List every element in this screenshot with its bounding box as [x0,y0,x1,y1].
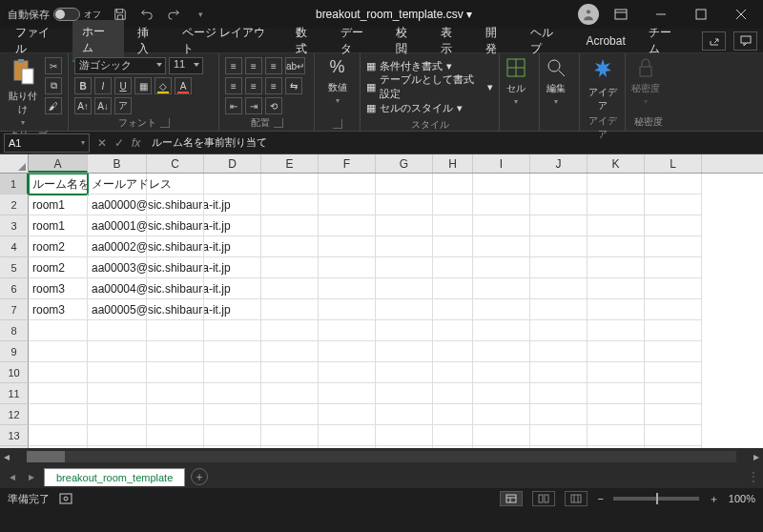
cell-C10[interactable] [147,362,204,383]
sheet-next-icon[interactable]: ▸ [25,470,38,483]
cell-C11[interactable] [147,383,204,404]
split-gripper[interactable]: ⋮ [748,470,757,483]
paste-button[interactable]: 貼り付け ▾ [6,57,39,127]
fx-icon[interactable]: fx [132,136,140,150]
align-top-icon[interactable]: ≡ [225,57,242,74]
macro-record-icon[interactable] [59,493,72,504]
cell-B1[interactable]: メールアドレス [88,174,147,194]
cell-C13[interactable] [147,425,204,446]
cell-J1[interactable] [530,174,588,194]
col-header-F[interactable]: F [319,154,376,173]
cell-A6[interactable]: room3 [29,278,88,299]
number-launcher[interactable] [333,119,342,129]
cell-K3[interactable] [588,215,645,236]
bold-button[interactable]: B [74,77,92,94]
cell-F8[interactable] [319,320,376,341]
cell-I7[interactable] [473,299,530,320]
align-right-icon[interactable]: ≡ [265,77,282,94]
sensitivity-button[interactable]: 秘密度▾ [631,57,660,106]
cell-K5[interactable] [588,257,645,278]
cell-K12[interactable] [588,404,645,425]
cell-L11[interactable] [645,383,702,404]
cell-H4[interactable] [433,236,473,257]
cell-K11[interactable] [588,383,645,404]
cell-L7[interactable] [645,299,702,320]
cells-button[interactable]: セル▾ [505,57,526,106]
scroll-right-icon[interactable]: ▸ [750,450,763,463]
cell-K1[interactable] [588,174,645,194]
cell-G7[interactable] [376,299,433,320]
cell-I2[interactable] [473,194,530,215]
indent-dec-icon[interactable]: ⇤ [225,97,242,114]
number-format-button[interactable]: % 数値 ▾ [328,57,347,105]
cell-G10[interactable] [376,362,433,383]
enter-formula-icon[interactable]: ✓ [114,136,124,150]
cell-E7[interactable] [261,299,319,320]
ribbon-display-icon[interactable] [603,0,639,29]
cell-G3[interactable] [376,215,433,236]
align-launcher[interactable] [274,118,283,128]
cell-L10[interactable] [645,362,702,383]
increase-font-icon[interactable]: A↑ [74,97,92,114]
cell-A12[interactable] [29,404,88,425]
cell-E6[interactable] [261,278,319,299]
cell-B8[interactable] [88,320,147,341]
cell-A4[interactable]: room2 [29,236,88,257]
format-painter-icon[interactable]: 🖌 [45,97,62,114]
cell-B12[interactable] [88,404,147,425]
cell-I8[interactable] [473,320,530,341]
zoom-level[interactable]: 100% [729,493,755,504]
align-left-icon[interactable]: ≡ [225,77,242,94]
cell-J4[interactable] [530,236,588,257]
cell-D7[interactable] [204,299,261,320]
cell-G13[interactable] [376,425,433,446]
align-bot-icon[interactable]: ≡ [265,57,282,74]
share-icon[interactable] [702,31,726,51]
view-pagebreak-icon[interactable] [565,491,588,506]
cell-G9[interactable] [376,341,433,362]
cell-A2[interactable]: room1 [29,194,88,215]
cell-K2[interactable] [588,194,645,215]
cell-H6[interactable] [433,278,473,299]
row-header-13[interactable]: 13 [0,425,29,446]
sheet-tab-active[interactable]: breakout_room_template [44,468,185,486]
cell-C2[interactable] [147,194,204,215]
cell-K4[interactable] [588,236,645,257]
cell-C4[interactable] [147,236,204,257]
cell-C5[interactable] [147,257,204,278]
cell-C6[interactable] [147,278,204,299]
cell-L3[interactable] [645,215,702,236]
cell-L12[interactable] [645,404,702,425]
cell-D11[interactable] [204,383,261,404]
cell-I3[interactable] [473,215,530,236]
cell-E12[interactable] [261,404,319,425]
cell-L9[interactable] [645,341,702,362]
row-header-6[interactable]: 6 [0,278,29,299]
row-header-10[interactable]: 10 [0,362,29,383]
cell-B13[interactable] [88,425,147,446]
add-sheet-button[interactable]: ＋ [191,468,208,485]
scroll-thumb[interactable] [27,451,65,462]
cell-H11[interactable] [433,383,473,404]
close-icon[interactable] [723,0,759,29]
cell-C7[interactable] [147,299,204,320]
cell-D8[interactable] [204,320,261,341]
cell-D3[interactable] [204,215,261,236]
col-header-B[interactable]: B [88,154,147,173]
cell-B10[interactable] [88,362,147,383]
ideas-button[interactable]: アイデア [586,57,619,113]
cell-D5[interactable] [204,257,261,278]
table-format-button[interactable]: ▦テーブルとして書式設定 ▾ [366,78,493,95]
cell-H8[interactable] [433,320,473,341]
row-header-9[interactable]: 9 [0,341,29,362]
cell-H10[interactable] [433,362,473,383]
row-header-1[interactable]: 1 [0,174,29,194]
cell-F3[interactable] [319,215,376,236]
cell-E11[interactable] [261,383,319,404]
sheet-prev-icon[interactable]: ◂ [6,470,19,483]
orientation-icon[interactable]: ⟲ [265,97,282,114]
cell-F11[interactable] [319,383,376,404]
cell-F2[interactable] [319,194,376,215]
cell-L5[interactable] [645,257,702,278]
cell-G2[interactable] [376,194,433,215]
